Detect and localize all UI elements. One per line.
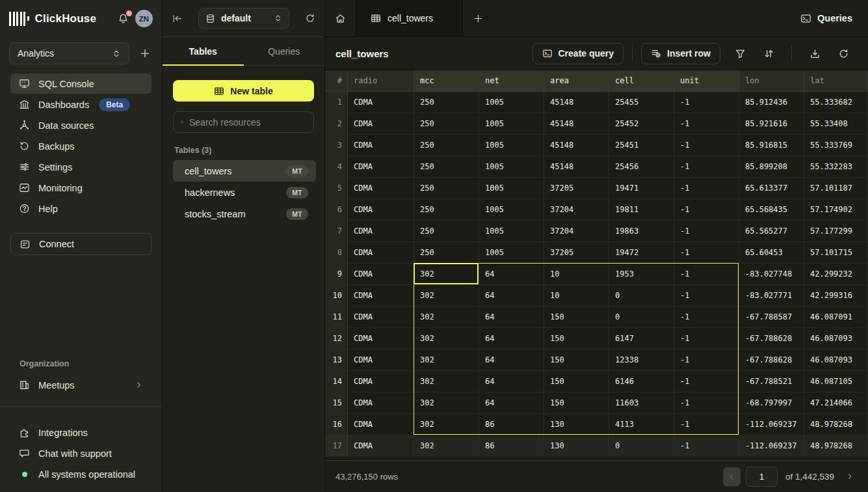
data-cell[interactable]: 150 xyxy=(544,371,609,392)
data-cell[interactable]: CDMA xyxy=(348,113,414,135)
create-query-button[interactable]: Create query xyxy=(533,43,624,64)
data-cell[interactable]: 302 xyxy=(414,307,479,328)
row-number[interactable]: 3 xyxy=(325,135,348,156)
sidebar-item-integrations[interactable]: Integrations xyxy=(10,422,151,443)
data-cell[interactable]: CDMA xyxy=(348,199,414,221)
data-cell[interactable]: 64 xyxy=(479,307,544,328)
data-cell[interactable]: -112.069237 xyxy=(739,435,804,457)
table-list-item-hackernews[interactable]: hackernews MT xyxy=(173,182,316,203)
data-cell[interactable]: -83.027748 xyxy=(739,264,804,285)
data-cell[interactable]: -1 xyxy=(674,135,739,156)
data-cell[interactable]: -1 xyxy=(674,392,739,414)
data-cell[interactable]: CDMA xyxy=(348,92,414,113)
data-cell[interactable]: 48.978268 xyxy=(804,414,868,435)
data-cell[interactable]: CDMA xyxy=(348,349,414,371)
data-cell[interactable]: CDMA xyxy=(348,221,414,242)
page-number-input[interactable] xyxy=(746,467,778,487)
data-cell[interactable]: 37205 xyxy=(544,242,609,264)
data-cell[interactable]: -1 xyxy=(674,221,739,242)
data-cell[interactable]: -1 xyxy=(674,285,739,307)
data-cell[interactable]: 65.565277 xyxy=(739,221,804,242)
sidebar-item-settings[interactable]: Settings xyxy=(10,157,151,177)
data-cell[interactable]: 302 xyxy=(414,371,479,392)
data-cell[interactable]: 250 xyxy=(414,221,479,242)
data-cell[interactable]: 46.087093 xyxy=(804,328,868,349)
data-cell[interactable]: 302 xyxy=(414,435,479,457)
sidebar-item-monitoring[interactable]: Monitoring xyxy=(10,178,151,198)
data-cell[interactable]: -1 xyxy=(674,435,739,457)
data-cell[interactable]: 64 xyxy=(479,285,544,307)
data-cell[interactable]: -67.788628 xyxy=(739,328,804,349)
row-number[interactable]: 6 xyxy=(325,199,348,221)
new-tab-button[interactable] xyxy=(463,14,493,23)
data-cell[interactable]: CDMA xyxy=(348,307,414,328)
data-cell[interactable]: 55.33408 xyxy=(804,113,868,135)
sidebar-item-system-status[interactable]: All systems operational xyxy=(10,464,151,484)
data-cell[interactable]: -1 xyxy=(674,199,739,221)
home-tab[interactable] xyxy=(325,0,356,37)
data-cell[interactable]: 46.087093 xyxy=(804,349,868,371)
data-cell[interactable]: 55.332283 xyxy=(804,156,868,178)
column-header-net[interactable]: net xyxy=(479,70,544,92)
sidebar-item-sql-console[interactable]: SQL Console xyxy=(10,74,151,94)
data-cell[interactable]: 37204 xyxy=(544,221,609,242)
refresh-resources-button[interactable] xyxy=(305,13,315,23)
data-cell[interactable]: 46.087091 xyxy=(804,307,868,328)
data-cell[interactable]: 64 xyxy=(479,264,544,285)
data-cell[interactable]: -112.069237 xyxy=(739,414,804,435)
sidebar-item-data-sources[interactable]: Data sources xyxy=(10,115,151,135)
data-cell[interactable]: -1 xyxy=(674,349,739,371)
data-cell[interactable]: 250 xyxy=(414,156,479,178)
data-cell[interactable]: 6146 xyxy=(609,371,674,392)
next-page-button[interactable] xyxy=(842,467,858,486)
data-cell[interactable]: 150 xyxy=(544,392,609,414)
data-cell[interactable]: 1005 xyxy=(479,199,544,221)
row-number[interactable]: 15 xyxy=(325,392,348,414)
data-cell[interactable]: 86 xyxy=(479,414,544,435)
data-cell[interactable]: 12338 xyxy=(609,349,674,371)
column-header-mcc[interactable]: mcc xyxy=(414,70,479,92)
data-cell[interactable]: -1 xyxy=(674,113,739,135)
sidebar-item-backups[interactable]: Backups xyxy=(10,136,151,156)
data-cell[interactable]: -68.797997 xyxy=(739,392,804,414)
data-cell[interactable]: 19811 xyxy=(609,199,674,221)
data-cell[interactable]: 37205 xyxy=(544,178,609,199)
data-cell[interactable]: 0 xyxy=(609,435,674,457)
column-header-num[interactable]: # xyxy=(325,70,348,92)
tab-cell-towers[interactable]: cell_towers xyxy=(356,0,463,37)
data-cell[interactable]: 46.087105 xyxy=(804,371,868,392)
data-cell[interactable]: 10 xyxy=(544,285,609,307)
sidebar-item-meetups[interactable]: Meetups xyxy=(10,375,151,395)
data-cell[interactable]: 65.568435 xyxy=(739,199,804,221)
row-number[interactable]: 9 xyxy=(325,264,348,285)
data-cell[interactable]: 86 xyxy=(479,435,544,457)
data-cell[interactable]: 1005 xyxy=(479,113,544,135)
row-number[interactable]: 12 xyxy=(325,328,348,349)
data-cell[interactable]: 150 xyxy=(544,307,609,328)
data-cell[interactable]: 64 xyxy=(479,392,544,414)
row-number[interactable]: 11 xyxy=(325,307,348,328)
row-number[interactable]: 2 xyxy=(325,113,348,135)
sidebar-item-chat-support[interactable]: Chat with support xyxy=(10,443,151,463)
column-header-area[interactable]: area xyxy=(544,70,609,92)
data-cell[interactable]: CDMA xyxy=(348,264,414,285)
data-cell[interactable]: 302 xyxy=(414,264,479,285)
table-list-item-stocks-stream[interactable]: stocks_stream MT xyxy=(173,203,316,225)
data-cell[interactable]: CDMA xyxy=(348,242,414,264)
data-cell[interactable]: 1005 xyxy=(479,178,544,199)
row-number[interactable]: 8 xyxy=(325,242,348,264)
data-cell[interactable]: 25455 xyxy=(609,92,674,113)
data-cell[interactable]: 302 xyxy=(414,414,479,435)
row-number[interactable]: 10 xyxy=(325,285,348,307)
data-cell[interactable]: -1 xyxy=(674,307,739,328)
data-cell[interactable]: 64 xyxy=(479,328,544,349)
tab-queries[interactable]: Queries xyxy=(244,37,325,65)
data-cell[interactable]: 47.214066 xyxy=(804,392,868,414)
data-cell[interactable]: -67.788628 xyxy=(739,349,804,371)
sidebar-item-help[interactable]: Help xyxy=(10,198,151,219)
data-cell[interactable]: -67.788587 xyxy=(739,307,804,328)
data-cell[interactable]: 85.921616 xyxy=(739,113,804,135)
data-cell[interactable]: 10 xyxy=(544,264,609,285)
data-cell[interactable]: CDMA xyxy=(348,414,414,435)
data-cell[interactable]: CDMA xyxy=(348,435,414,457)
